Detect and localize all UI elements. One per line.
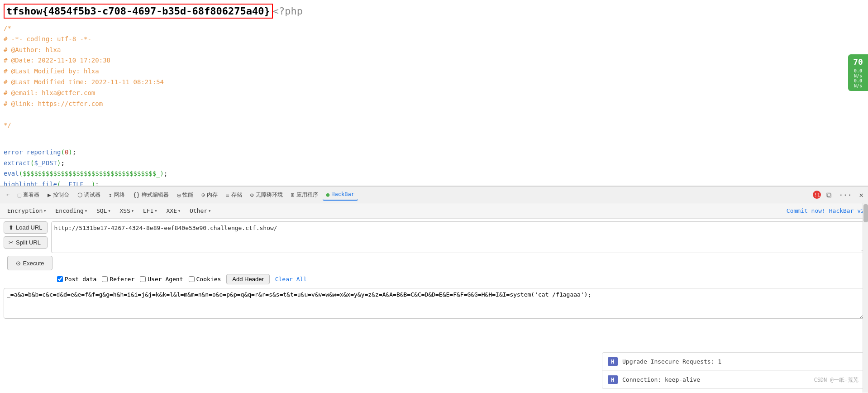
inspector-icon: □ [18, 192, 21, 198]
error-badge: ! 1 [813, 191, 821, 199]
header-value-1: Upgrade-Insecure-Requests: 1 [622, 358, 858, 365]
menu-xss[interactable]: XSS ▾ [116, 206, 138, 216]
user-agent-checkbox-label[interactable]: User Agent [140, 276, 183, 283]
menu-sql[interactable]: SQL ▾ [93, 206, 114, 216]
post-data-input[interactable]: _=a&a=b&b=c&c=d&d=e&e=f&f=g&g=h&h=i&i=j&… [4, 288, 864, 319]
xss-arrow-icon: ▾ [131, 208, 134, 213]
user-agent-checkbox[interactable] [140, 276, 146, 282]
tab-hackbar[interactable]: ● HackBar [323, 189, 358, 201]
lfi-arrow-icon: ▾ [154, 208, 157, 213]
add-header-button[interactable]: Add Header [226, 274, 269, 284]
cookies-checkbox[interactable] [189, 276, 195, 282]
menu-sql-label: SQL [96, 207, 107, 214]
score-bar-3: 0.0 [850, 78, 866, 83]
accessibility-icon: ⚙ [250, 192, 254, 198]
sql-arrow-icon: ▾ [108, 208, 110, 213]
devtools-bar: ← □ 查看器 ▶ 控制台 ⬡ 调试器 ↕ 网络 {} 样式编辑器 ◎ 性能 ⊙… [0, 186, 868, 203]
commit-note: Commit now! HackBar v2 [787, 207, 864, 214]
score-widget: 70 0.0 N/s 0.0 N/s [848, 54, 868, 91]
encryption-arrow-icon: ▾ [43, 208, 46, 213]
copy-tab-icon[interactable]: ⧉ [825, 191, 833, 199]
referer-checkbox-label[interactable]: Referer [102, 276, 134, 283]
headers-panel: H Upgrade-Insecure-Requests: 1 H Connect… [602, 352, 864, 389]
load-url-icon: ⬆ [9, 224, 14, 231]
execute-label: Execute [23, 260, 44, 267]
tab-memory[interactable]: ⊙ 内存 [198, 189, 221, 201]
tab-debugger-label: 调试器 [84, 191, 100, 199]
load-url-button[interactable]: ⬆ Load URL [4, 221, 48, 234]
execute-button[interactable]: ⊙ Execute [7, 256, 52, 270]
more-options-icon[interactable]: ··· [837, 191, 854, 199]
error-exclamation: ! [814, 192, 817, 198]
tab-inspector[interactable]: □ 查看器 [14, 189, 43, 201]
score-bar-4: N/s [850, 83, 866, 88]
split-url-button[interactable]: ✂ Split URL [4, 236, 48, 249]
tab-console-label: 控制台 [53, 191, 69, 199]
memory-icon: ⊙ [201, 192, 205, 198]
tab-accessibility[interactable]: ⚙ 无障碍环境 [247, 189, 286, 201]
menu-lfi[interactable]: LFI ▾ [139, 206, 161, 216]
tab-inspector-label: 查看器 [23, 191, 39, 199]
tab-network[interactable]: ↕ 网络 [105, 189, 129, 201]
code-comments: /* # -*- coding: utf-8 -*- # @Author: hl… [0, 20, 868, 134]
post-data-checkbox[interactable] [57, 276, 63, 282]
split-url-icon: ✂ [9, 239, 14, 246]
cookies-label: Cookies [196, 276, 221, 283]
tab-console[interactable]: ▶ 控制台 [44, 189, 73, 201]
menu-other[interactable]: Other ▾ [186, 206, 215, 216]
menu-encoding-label: Encoding [55, 207, 84, 214]
xxe-arrow-icon: ▾ [178, 208, 181, 213]
header-row-1: H Upgrade-Insecure-Requests: 1 [602, 353, 864, 371]
encoding-arrow-icon: ▾ [85, 208, 87, 213]
score-number: 70 [850, 57, 866, 67]
menu-xss-label: XSS [119, 207, 130, 214]
score-bar-1: 0.0 [850, 68, 866, 73]
url-input[interactable]: http://5131be17-4267-4324-8e89-eef840e53… [51, 221, 864, 253]
tab-performance-label: 性能 [182, 191, 193, 199]
tab-network-label: 网络 [114, 191, 125, 199]
tab-debugger[interactable]: ⬡ 调试器 [74, 189, 104, 201]
csdn-watermark: CSDN @一纸-荒芜 [814, 376, 858, 384]
hackbar-left-buttons: ⬆ Load URL ✂ Split URL [4, 221, 48, 249]
flag-text: tfshow{4854f5b3-c708-4697-b35d-68f806275… [4, 4, 273, 19]
menu-encryption[interactable]: Encryption ▾ [4, 206, 50, 216]
tab-performance[interactable]: ◎ 性能 [173, 189, 197, 201]
debugger-icon: ⬡ [77, 192, 82, 198]
menu-lfi-label: LFI [143, 207, 153, 214]
tab-application[interactable]: ⊞ 应用程序 [287, 189, 322, 201]
code-php: error_reporting(0); extract($_POST); eva… [0, 134, 868, 186]
tab-application-label: 应用程序 [296, 191, 318, 199]
hackbar-menu: Encryption ▾ Encoding ▾ SQL ▾ XSS ▾ LFI … [0, 203, 868, 219]
menu-xxe[interactable]: XXE ▾ [163, 206, 185, 216]
other-arrow-icon: ▾ [208, 208, 211, 213]
tab-accessibility-label: 无障碍环境 [256, 191, 283, 199]
network-icon: ↕ [109, 192, 112, 198]
menu-xxe-label: XXE [167, 207, 177, 214]
menu-encryption-label: Encryption [7, 207, 43, 214]
referer-checkbox[interactable] [102, 276, 108, 282]
tab-style-editor-label: 样式编辑器 [142, 191, 169, 199]
hackbar-dot-icon: ● [326, 191, 330, 198]
execute-circle-icon: ⊙ [16, 260, 21, 267]
tab-storage[interactable]: ≡ 存储 [222, 189, 246, 201]
load-url-label: Load URL [16, 224, 43, 231]
close-devtools-icon[interactable]: ✕ [857, 191, 865, 199]
storage-icon: ≡ [226, 192, 229, 198]
php-tag: <?php [273, 5, 303, 17]
cookies-checkbox-label[interactable]: Cookies [189, 276, 221, 283]
header-h-badge-1: H [608, 357, 618, 366]
error-count: 1 [817, 192, 820, 198]
hackbar-checkboxes: Post data Referer User Agent Cookies Add… [0, 272, 868, 286]
tab-memory-label: 内存 [207, 191, 218, 199]
tab-style-editor[interactable]: {} 样式编辑器 [129, 189, 173, 201]
menu-encoding[interactable]: Encoding ▾ [52, 206, 91, 216]
split-url-label: Split URL [16, 239, 41, 246]
score-bar-2: N/s [850, 73, 866, 78]
clear-all-link[interactable]: Clear All [275, 276, 307, 283]
performance-icon: ◎ [177, 192, 181, 198]
devtools-back-icon[interactable]: ← [3, 190, 13, 200]
style-editor-icon: {} [133, 192, 140, 198]
hackbar-panel: Encryption ▾ Encoding ▾ SQL ▾ XSS ▾ LFI … [0, 203, 868, 393]
post-data-checkbox-label[interactable]: Post data [57, 276, 96, 283]
post-data-label: Post data [65, 276, 96, 283]
